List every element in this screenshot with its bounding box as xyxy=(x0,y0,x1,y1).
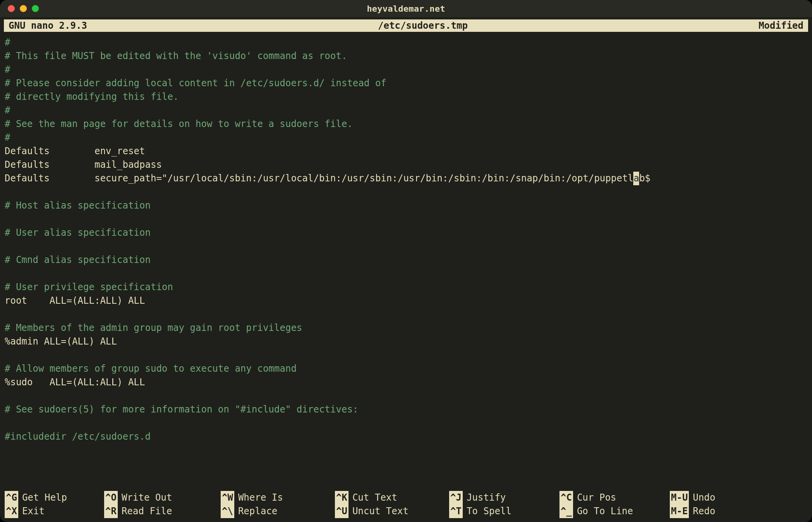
shortcut-label: Where Is xyxy=(234,491,283,505)
editor-line xyxy=(5,348,807,362)
shortcut-key: ^R xyxy=(104,505,118,518)
editor-line: #includedir /etc/sudoers.d xyxy=(5,430,807,444)
shortcut-label: Undo xyxy=(689,491,715,505)
editor-line xyxy=(5,240,807,253)
shortcut-label: Read File xyxy=(118,505,172,518)
editor-line: %sudo ALL=(ALL:ALL) ALL xyxy=(5,376,807,389)
nano-modified-flag: Modified xyxy=(758,20,803,31)
shortcut-label: Redo xyxy=(689,505,715,518)
shortcut-label: Replace xyxy=(234,505,277,518)
shortcut-label: Cut Text xyxy=(348,491,397,505)
editor-line xyxy=(5,267,807,280)
shortcut-label: Go To Line xyxy=(573,505,633,518)
nano-status-bar: GNU nano 2.9.3 /etc/sudoers.tmp Modified xyxy=(4,19,808,32)
maximize-icon[interactable] xyxy=(32,5,39,12)
titlebar: heyvaldemar.net xyxy=(0,0,812,17)
shortcut-key: ^J xyxy=(449,491,463,505)
shortcut-item[interactable]: ^\Replace xyxy=(221,505,335,518)
shortcut-item[interactable]: ^KCut Text xyxy=(335,491,449,505)
editor-line: # User privilege specification xyxy=(5,280,807,294)
editor-line: %admin ALL=(ALL) ALL xyxy=(5,335,807,348)
shortcut-key: ^W xyxy=(221,491,234,505)
shortcut-key: ^O xyxy=(104,491,118,505)
shortcut-key: ^U xyxy=(335,505,348,518)
shortcut-item[interactable]: ^OWrite Out xyxy=(104,491,221,505)
shortcut-key: ^_ xyxy=(559,505,573,518)
editor-line: # xyxy=(5,63,807,77)
shortcut-item[interactable]: ^_Go To Line xyxy=(559,505,670,518)
shortcut-key: ^\ xyxy=(221,505,234,518)
cursor: a xyxy=(633,172,639,185)
shortcut-bar: ^GGet Help^OWrite Out^WWhere Is^KCut Tex… xyxy=(0,491,812,522)
shortcut-key: ^K xyxy=(335,491,348,505)
shortcut-item[interactable]: ^JJustify xyxy=(449,491,559,505)
shortcut-key: ^T xyxy=(449,505,463,518)
editor-line xyxy=(5,389,807,403)
editor-line: # xyxy=(5,104,807,117)
editor-line xyxy=(5,416,807,430)
shortcut-key: ^G xyxy=(5,491,18,505)
shortcut-item[interactable]: ^RRead File xyxy=(104,505,221,518)
editor-line xyxy=(5,185,807,199)
shortcut-item[interactable]: M-UUndo xyxy=(670,491,744,505)
editor-line: # This file MUST be edited with the 'vis… xyxy=(5,49,807,63)
editor-line: Defaults mail_badpass xyxy=(5,158,807,172)
shortcut-label: To Spell xyxy=(463,505,512,518)
shortcut-row-2: ^XExit^RRead File^\Replace^UUncut Text^T… xyxy=(5,505,807,518)
window-title: heyvaldemar.net xyxy=(367,4,445,14)
window-controls xyxy=(8,5,39,12)
shortcut-item[interactable]: ^WWhere Is xyxy=(221,491,335,505)
editor-area[interactable]: ## This file MUST be edited with the 'vi… xyxy=(0,32,812,491)
editor-line: Defaults env_reset xyxy=(5,144,807,158)
editor-line: # directly modifying this file. xyxy=(5,90,807,104)
terminal-window: heyvaldemar.net GNU nano 2.9.3 /etc/sudo… xyxy=(0,0,812,522)
editor-line: # See sudoers(5) for more information on… xyxy=(5,403,807,416)
minimize-icon[interactable] xyxy=(20,5,27,12)
editor-line xyxy=(5,212,807,226)
shortcut-row-1: ^GGet Help^OWrite Out^WWhere Is^KCut Tex… xyxy=(5,491,807,505)
editor-line: # See the man page for details on how to… xyxy=(5,117,807,131)
shortcut-item[interactable]: ^GGet Help xyxy=(5,491,104,505)
shortcut-item[interactable]: ^UUncut Text xyxy=(335,505,449,518)
nano-app-name: GNU nano 2.9.3 xyxy=(9,20,87,31)
editor-line: # Cmnd alias specification xyxy=(5,253,807,267)
editor-line: # Please consider adding local content i… xyxy=(5,77,807,90)
shortcut-key: ^C xyxy=(559,491,573,505)
editor-line: # xyxy=(5,131,807,144)
shortcut-key: M-U xyxy=(670,491,689,505)
shortcut-label: Justify xyxy=(463,491,506,505)
shortcut-item[interactable]: ^XExit xyxy=(5,505,104,518)
shortcut-label: Cur Pos xyxy=(573,491,616,505)
shortcut-key: ^X xyxy=(5,505,18,518)
editor-line: Defaults secure_path="/usr/local/sbin:/u… xyxy=(5,172,807,185)
editor-line: # User alias specification xyxy=(5,226,807,240)
editor-line xyxy=(5,308,807,321)
editor-line: # Members of the admin group may gain ro… xyxy=(5,321,807,335)
shortcut-label: Uncut Text xyxy=(348,505,409,518)
editor-line: # xyxy=(5,36,807,49)
shortcut-key: M-E xyxy=(670,505,689,518)
shortcut-item[interactable]: ^TTo Spell xyxy=(449,505,559,518)
close-icon[interactable] xyxy=(8,5,15,12)
editor-line: # Host alias specification xyxy=(5,199,807,212)
nano-file-name: /etc/sudoers.tmp xyxy=(87,20,758,31)
shortcut-item[interactable]: ^CCur Pos xyxy=(559,491,670,505)
shortcut-item[interactable]: M-ERedo xyxy=(670,505,744,518)
shortcut-label: Exit xyxy=(18,505,45,518)
editor-line: # Allow members of group sudo to execute… xyxy=(5,362,807,376)
editor-line: root ALL=(ALL:ALL) ALL xyxy=(5,294,807,308)
shortcut-label: Write Out xyxy=(118,491,172,505)
shortcut-label: Get Help xyxy=(18,491,67,505)
